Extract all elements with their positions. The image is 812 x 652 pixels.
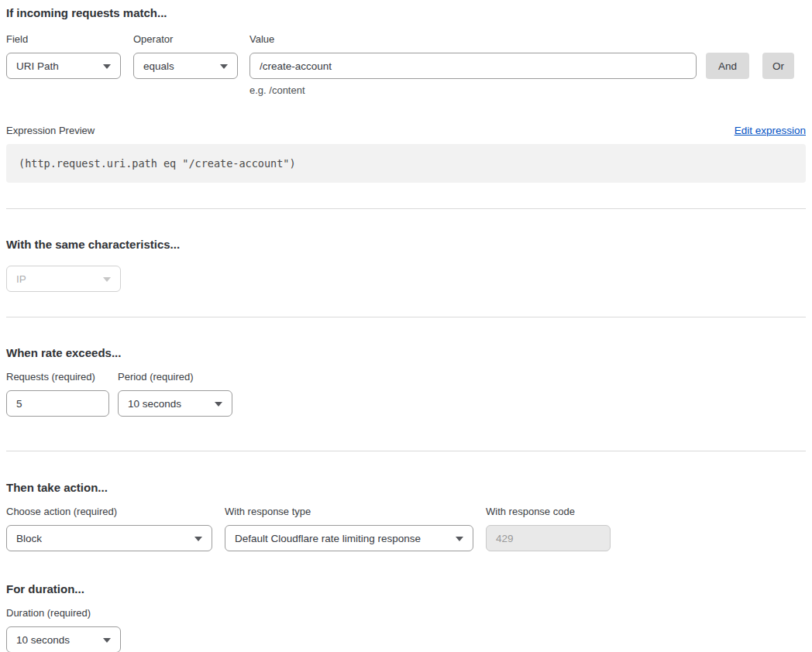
operator-group: Operator equals — [133, 33, 238, 79]
choose-action-select-value: Block — [16, 533, 42, 544]
chevron-down-icon — [103, 277, 111, 282]
rate-limiting-rule-form: If incoming requests match... Field URI … — [0, 0, 812, 652]
action-controls-row: Choose action (required) Block With resp… — [6, 506, 806, 551]
response-type-select[interactable]: Default Cloudflare rate limiting respons… — [225, 525, 473, 551]
period-select[interactable]: 10 seconds — [118, 390, 232, 417]
section-heading-action: Then take action... — [6, 481, 806, 495]
section-incoming-requests-match: If incoming requests match... Field URI … — [6, 6, 806, 183]
duration-group: Duration (required) 10 seconds — [6, 607, 806, 652]
value-label: Value — [249, 33, 697, 46]
section-rate-exceeds: When rate exceeds... Requests (required)… — [6, 317, 806, 417]
expression-preview-header: Expression Preview Edit expression — [6, 125, 806, 137]
or-button[interactable]: Or — [762, 53, 794, 79]
duration-select-value: 10 seconds — [16, 634, 70, 646]
requests-input[interactable] — [6, 390, 109, 417]
section-heading-rate: When rate exceeds... — [6, 346, 806, 360]
response-type-select-value: Default Cloudflare rate limiting respons… — [235, 533, 421, 544]
match-controls-row: Field URI Path Operator equals Value e.g… — [6, 33, 806, 97]
period-group: Period (required) 10 seconds — [118, 371, 232, 417]
field-group: Field URI Path — [6, 33, 121, 79]
and-or-buttons: And Or — [697, 53, 806, 79]
chevron-down-icon — [456, 537, 463, 541]
response-code-input — [486, 525, 611, 551]
response-type-group: With response type Default Cloudflare ra… — [225, 506, 473, 551]
response-type-label: With response type — [225, 506, 473, 518]
duration-select[interactable]: 10 seconds — [6, 626, 121, 652]
value-input[interactable] — [249, 53, 697, 79]
section-heading-characteristics: With the same characteristics... — [6, 238, 806, 252]
choose-action-label: Choose action (required) — [6, 506, 212, 518]
operator-label: Operator — [133, 33, 238, 46]
field-select[interactable]: URI Path — [6, 53, 121, 79]
requests-group: Requests (required) — [6, 371, 109, 417]
chevron-down-icon — [194, 537, 202, 541]
requests-label: Requests (required) — [6, 371, 109, 383]
section-same-characteristics: With the same characteristics... IP — [6, 209, 806, 292]
rate-controls-row: Requests (required) Period (required) 10… — [6, 371, 806, 417]
field-label: Field — [6, 33, 121, 46]
operator-select[interactable]: equals — [133, 53, 238, 79]
section-heading-match: If incoming requests match... — [6, 6, 806, 20]
characteristic-select-value: IP — [16, 273, 26, 285]
response-code-label: With response code — [486, 506, 611, 518]
chevron-down-icon — [215, 402, 222, 407]
period-label: Period (required) — [118, 371, 232, 383]
section-heading-duration: For duration... — [6, 582, 806, 596]
section-for-duration: For duration... Duration (required) 10 s… — [6, 551, 806, 652]
chevron-down-icon — [220, 64, 228, 69]
value-helper-text: e.g. /content — [249, 84, 697, 97]
characteristic-select: IP — [6, 266, 121, 292]
chevron-down-icon — [103, 638, 111, 643]
value-group: Value e.g. /content — [249, 33, 697, 97]
expression-preview-box: (http.request.uri.path eq "/create-accou… — [6, 144, 806, 183]
expression-text: (http.request.uri.path eq "/create-accou… — [19, 157, 296, 170]
edit-expression-link[interactable]: Edit expression — [735, 125, 806, 137]
operator-select-value: equals — [143, 60, 174, 72]
field-select-value: URI Path — [16, 60, 59, 72]
period-select-value: 10 seconds — [128, 398, 181, 410]
duration-label: Duration (required) — [6, 607, 806, 619]
section-take-action: Then take action... Choose action (requi… — [6, 451, 806, 551]
response-code-group: With response code — [486, 506, 611, 551]
choose-action-group: Choose action (required) Block — [6, 506, 212, 551]
choose-action-select[interactable]: Block — [6, 525, 212, 551]
and-button[interactable]: And — [706, 53, 749, 79]
expression-preview-label: Expression Preview — [6, 125, 95, 137]
chevron-down-icon — [103, 64, 111, 69]
